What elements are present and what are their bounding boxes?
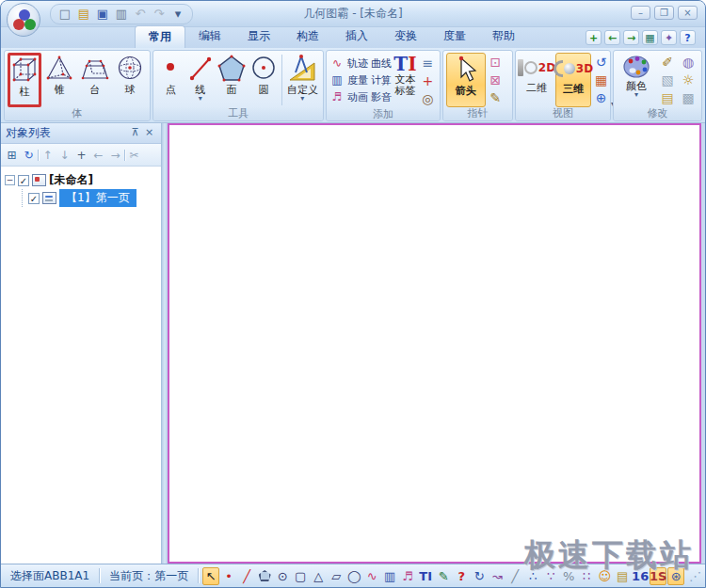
view-2d-button[interactable]: 2D 二维 [519, 53, 554, 107]
color-button[interactable]: 颜色 [617, 53, 656, 107]
rotate-view-icon[interactable]: ↺ [592, 54, 610, 71]
ratio-tool[interactable]: % [560, 567, 577, 585]
move-right-button[interactable]: → [107, 147, 123, 163]
locus-button[interactable]: 轨迹 [347, 56, 368, 71]
drag-point-tool[interactable]: ↝ [489, 567, 505, 585]
point-tool[interactable]: • [220, 567, 237, 585]
media-button[interactable]: 影音 [371, 90, 392, 104]
close-button[interactable]: × [678, 6, 698, 20]
select-region-icon[interactable]: ⊡ [487, 54, 505, 71]
tab-transform[interactable]: 变换 [381, 25, 430, 48]
add-object-button[interactable]: + [73, 147, 89, 163]
add-page-button[interactable]: + [586, 30, 602, 45]
cone-button[interactable]: 锥 [42, 53, 76, 107]
locus-tool[interactable]: ∿ [363, 567, 380, 585]
measure-tool[interactable]: ▥ [381, 567, 398, 585]
rotate-animation-tool[interactable]: ↻ [471, 567, 488, 585]
arrow-pointer-button[interactable]: 箭头 [446, 53, 486, 107]
save-button[interactable]: ▣ [94, 6, 111, 23]
prev-page-button[interactable]: ← [604, 30, 620, 45]
divide-tool[interactable]: ∷ [578, 567, 595, 585]
pyramid-tool[interactable]: △ [310, 567, 327, 585]
smiley-tool[interactable]: ☺ [596, 567, 613, 585]
page-number-tool[interactable]: 16 [632, 567, 649, 585]
minimize-button[interactable]: – [631, 6, 650, 20]
brush-icon[interactable]: ✐ [659, 54, 677, 71]
sphere-tool[interactable]: ◯ [345, 567, 362, 585]
point-set-tool[interactable]: ∴ [524, 567, 541, 585]
tab-edit[interactable]: 编辑 [185, 25, 234, 48]
move-down-button[interactable]: ↓ [56, 147, 72, 163]
line-tool[interactable]: ╱ [238, 567, 255, 585]
circle-tool-button[interactable]: 圆 [249, 53, 279, 107]
tab-construct[interactable]: 构造 [283, 25, 332, 48]
tree-page-label[interactable]: 【1】第一页 [59, 189, 136, 207]
prism-button[interactable]: 柱 [8, 53, 41, 107]
cut-object-button[interactable]: ✂ [126, 147, 142, 163]
circle-tool[interactable]: ⊙ [274, 567, 291, 585]
move-left-button[interactable]: ← [90, 147, 106, 163]
scatter-tool[interactable]: ∵ [542, 567, 559, 585]
app-logo-button[interactable] [7, 3, 40, 37]
prism-tool[interactable]: ▢ [292, 567, 309, 585]
locate-object-button[interactable]: ↻ [21, 147, 37, 163]
expand-tree-button[interactable]: ⊞ [4, 147, 20, 163]
folder-tool[interactable]: ▤ [614, 567, 631, 585]
lock-select-icon[interactable]: ⊠ [487, 72, 505, 88]
coordinate-system-icon[interactable]: + [419, 72, 437, 89]
root-checkbox[interactable]: ✓ [18, 175, 29, 186]
animation-tool[interactable]: ♬ [399, 567, 416, 585]
sphere-button[interactable]: 球 [113, 53, 147, 107]
globe-tool[interactable]: ⊛ [667, 567, 684, 585]
grid-icon[interactable]: ▦ [592, 72, 610, 88]
color-dropdown-icon[interactable] [634, 92, 638, 98]
raster-icon[interactable]: ▩ [680, 89, 698, 106]
animation-button[interactable]: 动画 [347, 90, 368, 104]
undo-button[interactable]: ↶ [132, 6, 149, 23]
axes-icon[interactable]: ⊕ [592, 89, 610, 106]
next-page-button[interactable]: → [623, 30, 639, 45]
face-tool[interactable] [256, 567, 273, 585]
tab-display[interactable]: 显示 [234, 25, 283, 48]
line-dropdown-icon[interactable] [199, 96, 202, 102]
frustum-tool[interactable]: ▱ [328, 567, 345, 585]
maximize-button[interactable]: ❐ [654, 6, 674, 20]
drawing-canvas[interactable] [168, 123, 701, 564]
new-file-button[interactable]: □ [56, 6, 73, 23]
move-up-button[interactable]: ↑ [40, 147, 56, 163]
tab-measure[interactable]: 度量 [430, 25, 479, 48]
tab-common[interactable]: 常用 [135, 25, 185, 48]
arrow-tool[interactable]: ↖ [202, 567, 219, 585]
panel-close-icon[interactable]: × [142, 126, 156, 140]
frustum-button[interactable]: 台 [78, 53, 112, 107]
settings-gear-icon[interactable]: ☼ [680, 72, 698, 88]
pen-icon[interactable]: ✎ [487, 89, 505, 106]
line-tool-button[interactable]: 线 [185, 53, 214, 107]
tab-insert[interactable]: 插入 [332, 25, 381, 48]
page-style-tool[interactable]: 1S [650, 567, 666, 585]
page-manager-button[interactable]: ▦ [642, 30, 658, 45]
help-button[interactable]: ? [680, 30, 696, 45]
custom-tool-button[interactable]: 自定义 [285, 53, 320, 107]
export-icon[interactable]: ▤ [659, 89, 677, 106]
tree-root-label[interactable]: [未命名] [49, 172, 93, 188]
formula-list-icon[interactable]: ≡ [419, 55, 437, 72]
curve-button[interactable]: 曲线 [371, 56, 392, 71]
page-checkbox[interactable]: ✓ [28, 193, 40, 204]
conic-icon[interactable]: ◎ [419, 90, 437, 107]
print-button[interactable]: ▥ [113, 6, 130, 23]
open-file-button[interactable]: ▤ [75, 6, 92, 23]
text-label-tool[interactable]: TI [417, 567, 434, 585]
skin-button[interactable]: ✦ [661, 30, 677, 45]
measure-button[interactable]: 度量 [347, 73, 368, 87]
resize-grip[interactable]: ⋰ [689, 569, 705, 583]
tab-help[interactable]: 帮助 [479, 25, 528, 48]
point-tool-button[interactable]: 点 [156, 53, 185, 107]
measure-value-tool[interactable]: ? [453, 567, 470, 585]
text-label-button[interactable]: TI 文本 标签 [393, 53, 418, 108]
qat-customize-button[interactable]: ▾ [169, 6, 186, 23]
view-3d-button[interactable]: 3D 三维 [555, 53, 591, 107]
material-icon[interactable]: ◍ [680, 54, 698, 71]
image-fill-icon[interactable]: ▧ [659, 72, 677, 88]
face-tool-button[interactable]: 面 [216, 53, 248, 107]
